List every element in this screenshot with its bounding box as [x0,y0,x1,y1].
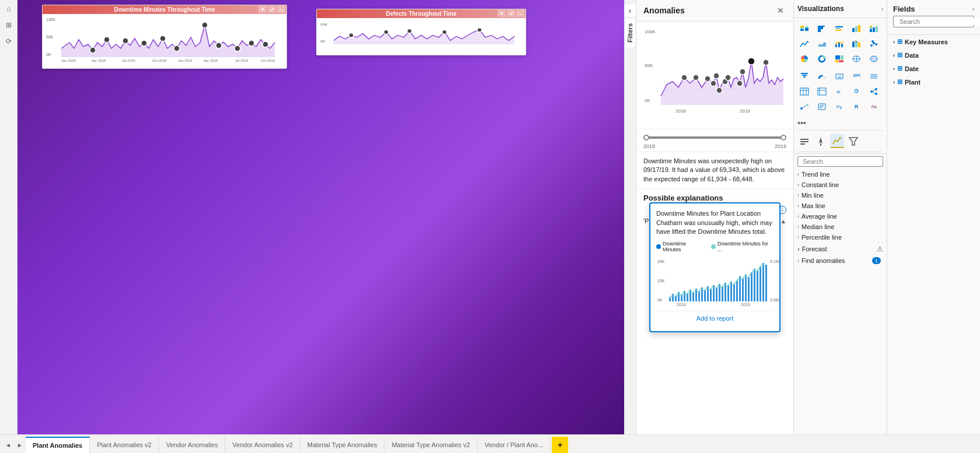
smart-narrative-icon[interactable] [815,100,829,114]
legend-dot-1 [711,244,716,249]
ribbon-chart-icon[interactable] [849,37,863,51]
svg-line-150 [873,92,875,94]
filters-label[interactable]: Filters [625,19,635,47]
pie-chart-icon[interactable] [797,52,811,66]
build-tab-icon[interactable] [797,134,811,148]
filter-tab-icon[interactable] [846,134,860,148]
svg-text:Oct 2019: Oct 2019 [261,59,275,62]
slider-thumb-right[interactable] [780,135,786,141]
area-chart-icon[interactable] [815,37,829,51]
field-group-key-measures-header[interactable]: › ⊞ Key Measures [887,36,980,47]
clustered-bar-icon[interactable] [832,22,846,36]
svg-text:2018: 2018 [677,303,686,307]
toolbar-table-icon[interactable]: ⊞ [2,19,15,31]
stacked-column-icon[interactable] [867,22,881,36]
tab-material-type-anomalies[interactable]: Material Type Anomalies [300,437,385,453]
fields-panel-expand-icon[interactable]: › [972,6,974,12]
column-chart-icon[interactable] [849,22,863,36]
line-chart-icon[interactable] [797,37,811,51]
viz-panel-expand-icon[interactable]: › [881,6,883,12]
card-text: Downtime Minutes for Plant Location Chat… [656,209,774,236]
filters-arrow-icon[interactable]: ‹ [624,5,636,16]
python-icon[interactable]: Py [832,100,846,114]
svg-rect-105 [876,26,878,32]
max-line-option[interactable]: › Max line [794,201,887,211]
svg-text:R: R [855,104,859,110]
matrix-visual-icon[interactable] [815,85,829,99]
svg-text:20K: 20K [657,259,665,264]
svg-rect-100 [858,25,860,32]
card-chart-area: 20K 10K 0K 0.1M 0.0M [656,256,774,308]
donut-chart-icon[interactable] [815,52,829,66]
field-group-plant-header[interactable]: › ⊞ Plant [887,76,980,87]
toolbar-model-icon[interactable]: ⟳ [2,35,15,48]
tab-vendor-plant[interactable]: Vendor / Plant Ano... [478,437,551,453]
chart-more-icon[interactable]: … [277,6,285,13]
analytics-options-list: › Trend line › Constant line › Min line … [794,169,887,266]
anomalies-close-button[interactable]: ✕ [775,5,786,16]
chart-focus-icon2[interactable]: ⤢ [507,10,515,17]
chart-filter-icon2[interactable]: ▼ [498,10,506,17]
r-script-icon[interactable]: R [849,100,863,114]
gauge-chart-icon[interactable] [815,69,829,83]
stacked-bar-chart-icon[interactable] [797,22,811,36]
svg-rect-161 [800,139,808,140]
tab-plant-anomalies-v2[interactable]: Plant Anomalies v2 [90,437,159,453]
card-visual-icon[interactable]: 42 [832,69,846,83]
legend-dot-0 [656,244,661,249]
toolbar-home-icon[interactable]: ⌂ [2,2,15,15]
slider-thumb-left[interactable] [643,135,649,141]
tab-plant-anomalies[interactable]: Plant Anomalies [26,437,90,453]
viz-search-input[interactable] [803,158,883,165]
chart-focus-icon[interactable]: ⤢ [268,6,276,13]
svg-rect-122 [835,60,838,62]
chart-controls: ▼ ⤢ … [258,6,285,13]
legend-label-1: Downtime Minutes for ... [718,241,774,252]
tab-nav-next[interactable]: ► [14,437,26,453]
kpi-icon[interactable]: KPI [849,69,863,83]
tab-material-type-anomalies-v2[interactable]: Material Type Anomalies v2 [384,437,477,453]
ai-visuals-icon[interactable]: AI [832,85,846,99]
average-line-option[interactable]: › Average line [794,211,887,222]
plant-label: Plant [905,79,921,86]
key-influencers-icon[interactable] [797,100,811,114]
field-group-data-header[interactable]: › ⊞ Data [887,50,980,61]
tab-vendor-anomalies[interactable]: Vendor Anomalies [159,437,226,453]
filters-bar[interactable]: ‹ Filters [624,0,636,434]
svg-rect-109 [841,44,843,47]
table-visual-icon[interactable] [797,85,811,99]
analytics-tab-icon[interactable] [830,134,844,148]
svg-point-25 [384,30,388,34]
constant-line-option[interactable]: › Constant line [794,180,887,190]
fields-search-input[interactable] [900,18,980,25]
tab-vendor-anomalies-v2[interactable]: Vendor Anomalies v2 [225,437,300,453]
add-to-report-button[interactable]: Add to report [656,311,774,325]
forecast-option[interactable]: › Forecast ⚠ [794,243,887,255]
trend-line-option[interactable]: › Trend line [794,169,887,180]
line-column-icon[interactable] [832,37,846,51]
svg-rect-107 [835,44,837,47]
more-visuals-btn[interactable]: ••• [794,117,887,129]
chart-filter-icon[interactable]: ▼ [258,6,267,13]
treemap-icon[interactable] [832,52,846,66]
percentile-line-option[interactable]: › Percentile line [794,232,887,243]
slicer-icon[interactable] [867,69,881,83]
format-tab-icon[interactable] [814,134,828,148]
power-apps-icon[interactable]: PA [867,100,881,114]
funnel-chart-icon[interactable] [797,69,811,83]
bar-chart-icon[interactable] [815,22,829,36]
chart-more-icon2[interactable]: … [516,10,524,17]
decomp-tree-icon[interactable] [867,85,881,99]
tab-nav-prev[interactable]: ◄ [2,437,14,453]
scatter-chart-icon[interactable] [867,37,881,51]
filled-map-icon[interactable] [867,52,881,66]
min-line-option[interactable]: › Min line [794,190,887,201]
map-icon[interactable] [849,52,863,66]
svg-rect-103 [870,26,872,27]
find-anomalies-option[interactable]: › Find anomalies 1 [794,255,887,266]
median-line-option[interactable]: › Median line [794,222,887,232]
field-group-date-header[interactable]: › ⊞ Date [887,63,980,74]
qa-icon[interactable]: ? [849,85,863,99]
tab-add-button[interactable]: + [552,437,568,453]
expand-explanation-btn-0[interactable]: ▲ [780,218,786,224]
